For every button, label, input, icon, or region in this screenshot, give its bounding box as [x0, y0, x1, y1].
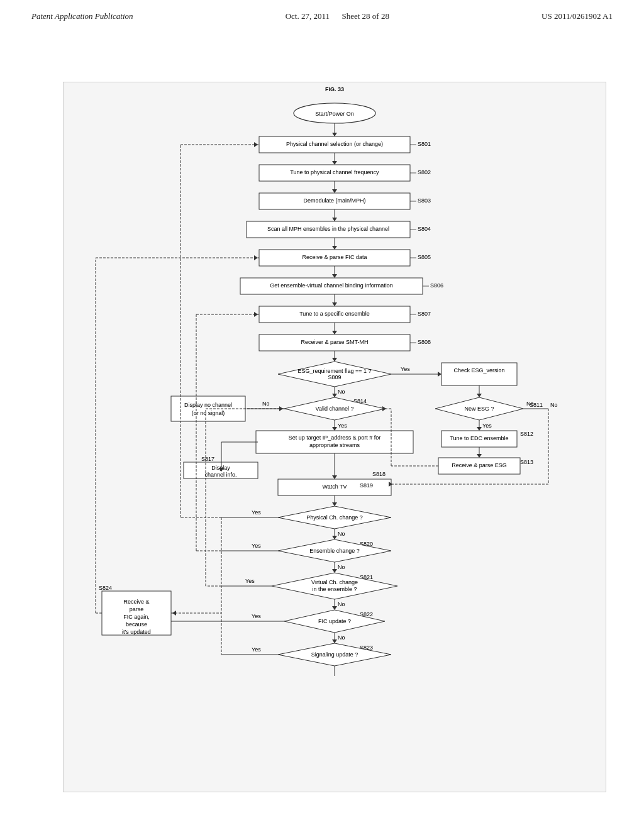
- svg-marker-2: [332, 133, 337, 136]
- svg-marker-103: [382, 406, 386, 411]
- svg-marker-67: [332, 536, 337, 540]
- s813-ref: S813: [520, 459, 533, 465]
- s808-ref: S808: [418, 339, 431, 345]
- svg-marker-37: [438, 372, 441, 377]
- svg-marker-10: [332, 189, 337, 193]
- s816-label1: Set up target IP_address & port # for: [289, 434, 381, 441]
- page: Patent Application Publication Oct. 27, …: [0, 0, 644, 830]
- s802-ref: S802: [418, 169, 431, 175]
- s804-ref: S804: [418, 226, 431, 232]
- s803-ref: S803: [418, 197, 431, 204]
- s804-label: Scan all MPH ensembles in the physical c…: [267, 226, 389, 232]
- svg-marker-110: [254, 255, 258, 260]
- header-date-sheet: Oct. 27, 2011 Sheet 28 of 28: [286, 11, 389, 21]
- svg-marker-26: [332, 302, 337, 306]
- svg-marker-85: [172, 611, 176, 616]
- svg-marker-47: [477, 454, 482, 458]
- s818-ref: S818: [372, 471, 386, 477]
- s811-no: No: [526, 401, 534, 407]
- s807-label: Tune to a specific ensemble: [299, 311, 370, 317]
- s806-ref: S806: [430, 282, 443, 289]
- s822-label: FIC update ?: [318, 618, 351, 624]
- header-sheet: Sheet 28 of 28: [341, 11, 389, 21]
- flowchart-svg: FIG. 33 Start/Power On Physical channel …: [89, 82, 580, 792]
- s820-no: No: [338, 564, 345, 570]
- fig-title: FIG. 33: [325, 86, 344, 92]
- s819-ref-arrow: S819: [360, 482, 373, 489]
- s810-label: Check ESG_version: [453, 367, 504, 374]
- s823-yes: Yes: [252, 646, 261, 653]
- svg-marker-98: [279, 406, 283, 411]
- s822-no: No: [338, 634, 345, 641]
- s816-label2: appropriate streams: [309, 442, 360, 448]
- s805-label: Receive & parse FIC data: [302, 254, 367, 260]
- s824-ref: S824: [99, 585, 112, 591]
- svg-marker-34: [332, 358, 337, 362]
- svg-rect-38: [441, 363, 517, 385]
- s814-label: Valid channel ?: [316, 406, 354, 412]
- s815-label2: (or no signal): [192, 410, 225, 416]
- svg-marker-44: [477, 427, 482, 431]
- s819-label: Physical Ch. change ?: [306, 514, 363, 521]
- s819-no: No: [338, 531, 345, 537]
- s824-label1: Receive &: [123, 599, 149, 605]
- s809-no: No: [338, 389, 345, 395]
- s803-label: Demodulate (main/MPH): [303, 197, 365, 204]
- s821-label1: Virtual Ch. change: [311, 579, 358, 585]
- s809-ref: S809: [328, 374, 341, 380]
- svg-marker-55: [332, 427, 337, 431]
- page-header: Patent Application Publication Oct. 27, …: [0, 0, 644, 28]
- s821-yes: Yes: [245, 578, 255, 584]
- svg-marker-50: [332, 394, 337, 397]
- svg-marker-79: [332, 639, 337, 643]
- header-publication-label: Patent Application Publication: [31, 11, 133, 21]
- s812-ref: S812: [520, 431, 533, 437]
- s808-label: Receiver & parse SMT-MH: [301, 339, 368, 345]
- start-label: Start/Power On: [315, 111, 354, 117]
- s811-yes: Yes: [482, 423, 492, 429]
- s814-yes: Yes: [338, 423, 347, 429]
- s824-label2: parse: [130, 606, 144, 612]
- header-patent-number: US 2011/0261902 A1: [541, 11, 613, 21]
- s823-label: Signaling update ?: [311, 651, 358, 658]
- s817-ref: S817: [201, 456, 214, 462]
- s817-label2: channel info.: [204, 472, 236, 478]
- s806-label: Get ensemble-virtual channel binding inf…: [270, 282, 393, 289]
- s818-label: Watch TV: [322, 484, 347, 490]
- s824-label4: because: [126, 621, 147, 628]
- svg-marker-30: [332, 331, 337, 335]
- svg-marker-22: [332, 274, 337, 278]
- s807-ref: S807: [418, 311, 431, 317]
- s815-label1: Display no channel: [184, 402, 232, 408]
- s814-no: No: [262, 401, 270, 407]
- s812-label: Tune to EDC ensemble: [450, 435, 508, 441]
- svg-marker-40: [477, 394, 482, 397]
- s820-yes: Yes: [252, 543, 261, 549]
- s824-label5: it's updated: [122, 629, 151, 635]
- s821-no: No: [338, 601, 345, 607]
- svg-marker-6: [332, 161, 337, 165]
- s809-label: ESG_requirement flag == 1 ?: [297, 368, 371, 374]
- s820-label: Ensemble change ?: [309, 548, 360, 554]
- s805-ref: S805: [418, 254, 431, 260]
- svg-marker-18: [332, 246, 337, 250]
- svg-marker-60: [332, 475, 337, 479]
- s822-yes: Yes: [252, 613, 261, 619]
- s813-label: Receive & parse ESG: [452, 462, 507, 468]
- svg-marker-90: [254, 142, 258, 147]
- s801-ref: S801: [418, 141, 431, 147]
- svg-marker-75: [332, 606, 337, 610]
- svg-marker-71: [332, 569, 337, 573]
- s819-yes: Yes: [252, 509, 261, 516]
- s802-label: Tune to physical channel frequency: [290, 169, 379, 175]
- s809-yes: Yes: [401, 366, 410, 372]
- s821-label2: in the ensemble ?: [312, 586, 357, 592]
- svg-marker-63: [332, 502, 337, 506]
- s824-label3: FIC again,: [123, 614, 150, 620]
- s801-label: Physical channel selection (or change): [286, 141, 383, 147]
- svg-marker-14: [332, 218, 337, 221]
- diagram-area: FIG. 33 Start/Power On Physical channel …: [63, 82, 606, 792]
- s811-label: New ESG ?: [464, 406, 494, 412]
- header-date: Oct. 27, 2011: [286, 11, 330, 21]
- svg-marker-94: [254, 312, 258, 317]
